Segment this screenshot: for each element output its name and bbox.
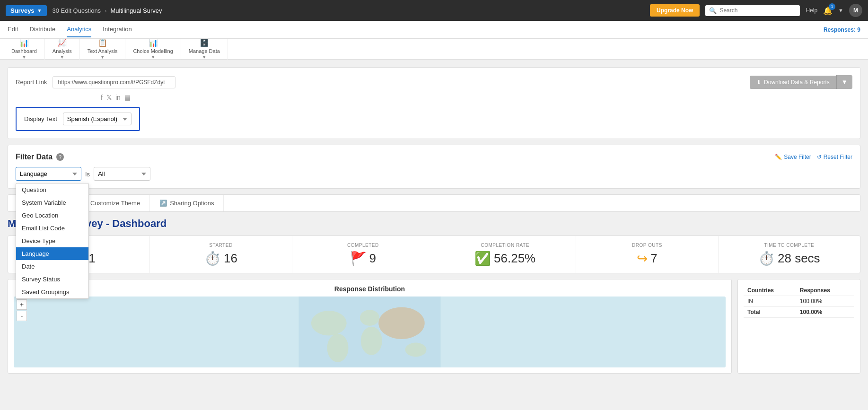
- breadcrumb: 30 Edit Questions › Multilingual Survey: [53, 7, 162, 14]
- responses-col-header: Responses: [796, 285, 854, 296]
- breadcrumb-steps[interactable]: 30 Edit Questions: [53, 7, 101, 14]
- toolbar-dashboard[interactable]: 📊 Dashboard ▼: [4, 39, 45, 60]
- help-label[interactable]: Help: [806, 7, 817, 14]
- dropdown-item-device-type[interactable]: Device Type: [16, 235, 88, 247]
- toolbar-choice-modelling-label: Choice Modelling: [133, 48, 173, 54]
- map-zoom-out-button[interactable]: -: [17, 311, 27, 321]
- filter-by-select[interactable]: Language Question System Variable Geo Lo…: [16, 167, 81, 181]
- user-menu-arrow[interactable]: ▼: [838, 8, 843, 13]
- stat-completion-rate-value: ✅ 56.25%: [438, 251, 572, 266]
- choice-modelling-icon: 📊: [149, 38, 158, 47]
- display-text-box: Display Text Spanish (Español) English: [16, 107, 140, 131]
- dropdown-item-saved-groupings[interactable]: Saved Groupings: [16, 286, 88, 298]
- nav-analytics[interactable]: Analytics: [67, 22, 91, 37]
- map-card: Response Distribution + -: [8, 279, 732, 374]
- svg-point-6: [405, 343, 427, 357]
- dropdown-item-email-list-code[interactable]: Email List Code: [16, 222, 88, 235]
- download-label: Download Data & Reports: [764, 79, 830, 86]
- upgrade-button[interactable]: Upgrade Now: [650, 4, 700, 17]
- breadcrumb-separator: ›: [105, 7, 106, 14]
- download-btn-group: ⬇ Download Data & Reports ▼: [750, 75, 852, 89]
- facebook-icon[interactable]: f: [101, 94, 103, 101]
- filter-is-label: Is: [85, 167, 90, 178]
- svg-point-3: [360, 310, 379, 326]
- dashboard-icon: 📊: [19, 38, 29, 47]
- brand-button[interactable]: Surveys ▼: [6, 5, 47, 16]
- dropdown-item-geo-location[interactable]: Geo Location: [16, 209, 88, 222]
- filter-section: Filter Data ? ✏️ Save Filter ↺ Reset Fil…: [8, 145, 860, 189]
- report-link-input[interactable]: [53, 76, 175, 88]
- filter-help-icon[interactable]: ?: [56, 153, 64, 161]
- filter-actions: ✏️ Save Filter ↺ Reset Filter: [775, 154, 852, 160]
- time-icon: ⏱️: [758, 251, 775, 266]
- stat-completed-label: COMPLETED: [296, 243, 430, 248]
- filter-by-container: Language Question System Variable Geo Lo…: [16, 167, 81, 181]
- social-icons: f 𝕏 in ▦: [101, 94, 852, 101]
- reset-filter-icon: ↺: [817, 154, 822, 160]
- dashboard-caret-icon: ▼: [22, 55, 26, 60]
- save-filter-label: Save Filter: [784, 154, 811, 160]
- started-count: 16: [224, 251, 237, 266]
- qr-icon[interactable]: ▦: [124, 94, 131, 101]
- countries-card: Countries Responses IN 100.00% Total 100…: [737, 279, 860, 374]
- table-row-total: Total 100.00%: [744, 307, 854, 318]
- stat-time-to-complete: TIME TO COMPLETE ⏱️ 28 secs: [719, 236, 860, 273]
- map-zoom-in-button[interactable]: +: [17, 299, 27, 310]
- user-avatar[interactable]: M: [849, 4, 862, 17]
- drop-outs-count: 7: [650, 251, 657, 266]
- svg-point-1: [311, 311, 347, 336]
- brand-caret-icon: ▼: [37, 8, 42, 13]
- save-filter-button[interactable]: ✏️ Save Filter: [775, 154, 811, 160]
- save-filter-icon: ✏️: [775, 154, 782, 160]
- sharing-options-icon: ↗️: [159, 200, 167, 207]
- countries-table: Countries Responses IN 100.00% Total 100…: [744, 285, 854, 318]
- report-link-label: Report Link: [16, 79, 47, 86]
- dropdown-item-question[interactable]: Question: [16, 183, 88, 196]
- dropdown-item-language[interactable]: Language: [16, 247, 88, 260]
- nav-edit[interactable]: Edit: [8, 22, 18, 37]
- toolbar-analysis[interactable]: 📈 Analysis ▼: [45, 39, 80, 60]
- stat-drop-outs-value: ↪ 7: [580, 251, 714, 266]
- dropdown-item-date[interactable]: Date: [16, 260, 88, 273]
- tab-sharing-options[interactable]: ↗️ Sharing Options: [150, 195, 224, 211]
- completion-rate-icon: ✅: [474, 251, 491, 266]
- linkedin-icon[interactable]: in: [115, 94, 121, 101]
- twitter-icon[interactable]: 𝕏: [106, 94, 112, 101]
- toolbar-manage-data[interactable]: 🗄️ Manage Data ▼: [181, 39, 228, 60]
- svg-point-2: [327, 334, 349, 362]
- toolbar-choice-modelling[interactable]: 📊 Choice Modelling ▼: [125, 39, 181, 60]
- download-caret-button[interactable]: ▼: [836, 75, 852, 89]
- completion-rate-count: 56.25%: [494, 251, 535, 266]
- dropdown-item-system-variable[interactable]: System Variable: [16, 196, 88, 209]
- dashboard-title: Multilingual Survey - Dashboard: [8, 218, 860, 230]
- world-map-svg: [14, 297, 726, 367]
- filter-header: Filter Data ? ✏️ Save Filter ↺ Reset Fil…: [16, 153, 852, 161]
- text-analysis-caret-icon: ▼: [100, 55, 105, 60]
- search-input[interactable]: [719, 7, 790, 14]
- country-responses: 100.00%: [796, 296, 854, 307]
- filter-row: Language Question System Variable Geo Lo…: [16, 167, 852, 181]
- tab-customize-theme-label: Customize Theme: [90, 200, 140, 207]
- toolbar-text-analysis-label: Text Analysis: [88, 48, 118, 54]
- display-text-select[interactable]: Spanish (Español) English: [63, 113, 132, 125]
- toolbar-manage-data-label: Manage Data: [189, 48, 220, 54]
- filter-value-select[interactable]: All: [94, 167, 150, 181]
- stat-completion-rate: COMPLETION RATE ✅ 56.25%: [434, 236, 576, 273]
- manage-data-icon: 🗄️: [200, 38, 209, 47]
- reset-filter-button[interactable]: ↺ Reset Filter: [817, 154, 852, 160]
- table-row: IN 100.00%: [744, 296, 854, 307]
- filter-title: Filter Data: [16, 153, 53, 161]
- toolbar-text-analysis[interactable]: 📋 Text Analysis ▼: [80, 39, 126, 60]
- choice-modelling-caret-icon: ▼: [151, 55, 155, 60]
- brand-label: Surveys: [10, 7, 35, 14]
- country-name: IN: [744, 296, 796, 307]
- download-button[interactable]: ⬇ Download Data & Reports: [750, 76, 836, 89]
- notifications[interactable]: 🔔 1: [823, 6, 833, 15]
- tab-options-bar: ✏️ Title & Logo 🖌️ Customize Theme ↗️ Sh…: [8, 194, 860, 212]
- nav-integration[interactable]: Integration: [103, 22, 132, 37]
- started-icon: ⏱️: [204, 251, 221, 266]
- dropdown-item-survey-status[interactable]: Survey Status: [16, 273, 88, 286]
- download-icon: ⬇: [756, 79, 761, 86]
- nav-distribute[interactable]: Distribute: [29, 22, 55, 37]
- top-nav-right: Upgrade Now 🔍 Help 🔔 1 ▼ M: [650, 4, 862, 17]
